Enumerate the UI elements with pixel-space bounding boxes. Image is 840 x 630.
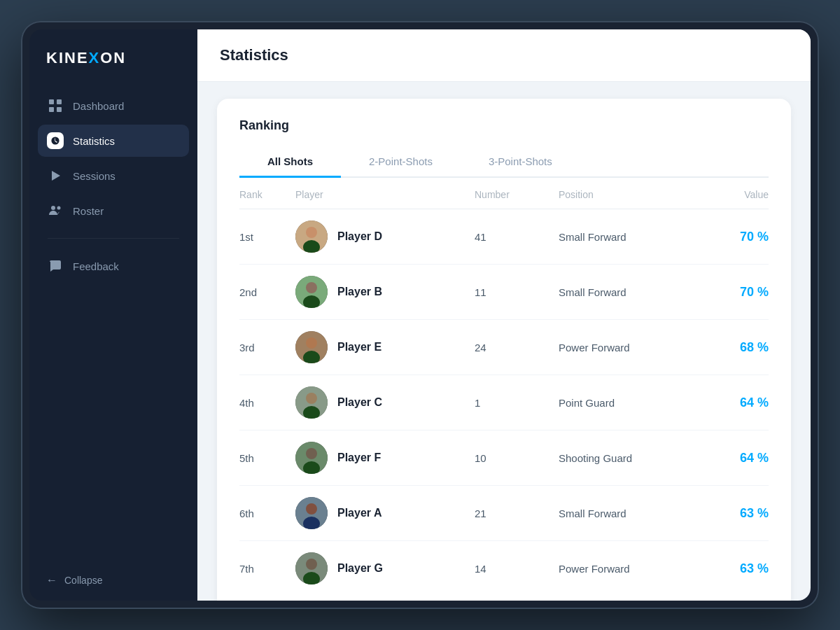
player-avatar [295,276,328,308]
player-avatar [295,331,328,363]
position-cell: Shooting Guard [559,452,699,464]
app-container: KINEXON Dashboard [29,29,811,601]
player-cell: Player F [295,442,475,474]
tab-2-point-shots[interactable]: 2-Point-Shots [341,147,461,178]
sidebar-label-dashboard: Dashboard [73,100,124,112]
number-cell: 24 [475,342,559,354]
statistics-icon [48,133,63,148]
player-name: Player G [337,562,383,575]
number-cell: 10 [475,452,559,464]
number-cell: 14 [475,563,559,575]
player-name: Player B [337,286,382,298]
main-content: Statistics Ranking All Shots 2-Point-Sho… [197,29,811,601]
number-cell: 1 [475,397,559,409]
svg-point-26 [306,559,317,570]
player-cell: Player C [295,386,475,419]
position-cell: Small Forward [559,231,699,243]
page-header: Statistics [197,29,811,82]
player-avatar [295,497,328,529]
value-cell: 68 % [699,340,769,355]
sidebar-item-roster[interactable]: Roster [38,195,189,227]
number-cell: 11 [475,286,559,298]
value-cell: 64 % [699,396,769,410]
value-cell: 70 % [699,230,769,244]
position-cell: Point Guard [559,397,699,409]
page-title: Statistics [220,46,788,64]
svg-point-20 [306,448,317,459]
sessions-icon [48,168,63,183]
svg-rect-1 [57,99,62,104]
rank-cell: 2nd [239,286,295,298]
header-position: Position [559,189,699,200]
content-area: Ranking All Shots 2-Point-Shots 3-Point-… [197,82,811,601]
svg-rect-3 [57,107,62,112]
ranking-section-title: Ranking [239,118,769,133]
player-name: Player F [337,451,381,464]
sidebar-item-feedback[interactable]: Feedback [38,250,189,282]
tablet-frame: KINEXON Dashboard [21,21,819,609]
sidebar-label-feedback: Feedback [73,260,119,272]
value-cell: 63 % [699,561,769,576]
player-cell: Player A [295,497,475,529]
sidebar-item-statistics[interactable]: Statistics [38,125,189,157]
table-row: 1st Player D 41 Small Forward 70 % [239,209,769,265]
header-number: Number [475,189,559,200]
table-row: 2nd Player B 11 Small Forward 70 % [239,265,769,320]
svg-point-8 [306,227,317,238]
position-cell: Power Forward [559,342,699,354]
svg-point-14 [306,337,317,349]
sidebar-nav: Dashboard Statistics [29,90,197,560]
number-cell: 21 [475,507,559,519]
tab-3-point-shots[interactable]: 3-Point-Shots [461,147,580,178]
logo-x: X [89,49,101,66]
tab-all-shots[interactable]: All Shots [239,147,341,178]
sidebar-item-dashboard[interactable]: Dashboard [38,90,189,122]
svg-point-17 [306,393,317,404]
table-row: 4th Player C 1 Point Guard 64 % [239,375,769,430]
player-name: Player D [337,230,382,243]
value-cell: 63 % [699,506,769,521]
collapse-label: Collapse [64,575,102,586]
header-player: Player [295,189,475,200]
svg-marker-4 [52,171,60,181]
header-rank: Rank [239,189,295,200]
number-cell: 41 [475,231,559,243]
collapse-arrow-icon: ← [46,574,57,587]
table-row: 3rd Player E 24 Power Forward 68 % [239,320,769,375]
rank-cell: 1st [239,231,295,243]
position-cell: Small Forward [559,286,699,298]
collapse-button[interactable]: ← Collapse [29,560,197,601]
position-cell: Small Forward [559,507,699,519]
svg-point-23 [306,503,317,514]
player-cell: Player E [295,331,475,363]
sidebar-label-sessions: Sessions [73,170,115,182]
player-avatar [295,552,328,584]
sidebar-label-roster: Roster [73,205,104,217]
player-name: Player A [337,507,382,519]
app-logo: KINEXON [29,29,197,90]
player-avatar [295,386,328,419]
ranking-tabs: All Shots 2-Point-Shots 3-Point-Shots [239,147,769,178]
table-body: 1st Player D 41 Small Forward 70 % 2nd [239,209,769,596]
svg-rect-0 [49,99,54,104]
value-cell: 70 % [699,285,769,300]
player-cell: Player D [295,220,475,253]
player-name: Player C [337,396,382,409]
dashboard-icon [48,98,63,113]
sidebar-item-sessions[interactable]: Sessions [38,160,189,192]
table-row: 6th Player A 21 Small Forward 63 % [239,486,769,541]
player-avatar [295,220,328,253]
value-cell: 64 % [699,451,769,465]
ranking-card: Ranking All Shots 2-Point-Shots 3-Point-… [217,99,791,601]
svg-point-11 [306,282,317,293]
player-name: Player E [337,341,382,354]
player-avatar [295,442,328,474]
nav-divider [48,238,179,239]
roster-icon [48,203,63,218]
svg-rect-2 [49,107,54,112]
table-row: 5th Player F 10 Shooting Guard 64 % [239,430,769,486]
sidebar-label-statistics: Statistics [73,135,115,147]
svg-point-5 [51,206,55,210]
feedback-icon [48,258,63,274]
header-value: Value [699,189,769,200]
